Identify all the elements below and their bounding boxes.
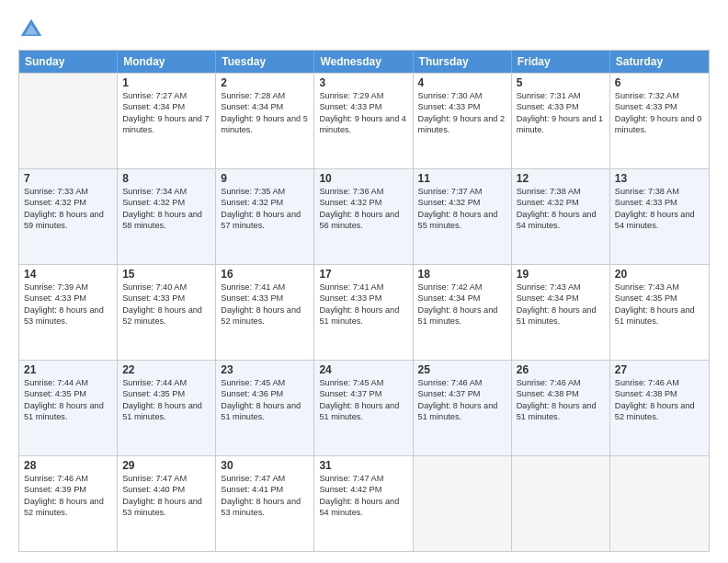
day-info: Sunrise: 7:38 AMSunset: 4:33 PMDaylight:… [615, 186, 704, 232]
calendar-cell: 12Sunrise: 7:38 AMSunset: 4:32 PMDayligh… [512, 169, 610, 264]
calendar-cell: 24Sunrise: 7:45 AMSunset: 4:37 PMDayligh… [314, 361, 413, 455]
day-number: 18 [418, 268, 506, 281]
day-number: 21 [24, 363, 112, 376]
day-number: 14 [24, 268, 112, 281]
calendar-cell: 15Sunrise: 7:40 AMSunset: 4:33 PMDayligh… [118, 265, 216, 360]
day-info: Sunrise: 7:47 AMSunset: 4:40 PMDaylight:… [122, 473, 210, 519]
day-info: Sunrise: 7:41 AMSunset: 4:33 PMDaylight:… [319, 282, 407, 327]
logo [18, 17, 48, 42]
calendar-cell [610, 456, 709, 551]
calendar-cell: 9Sunrise: 7:35 AMSunset: 4:32 PMDaylight… [216, 169, 314, 264]
day-info: Sunrise: 7:32 AMSunset: 4:33 PMDaylight:… [615, 90, 704, 136]
day-info: Sunrise: 7:41 AMSunset: 4:33 PMDaylight:… [221, 282, 309, 327]
day-info: Sunrise: 7:47 AMSunset: 4:42 PMDaylight:… [319, 473, 407, 519]
calendar-cell [414, 456, 512, 551]
calendar-cell [19, 74, 118, 168]
calendar-cell: 3Sunrise: 7:29 AMSunset: 4:33 PMDaylight… [314, 74, 413, 168]
day-number: 19 [517, 268, 605, 281]
day-info: Sunrise: 7:35 AMSunset: 4:32 PMDaylight:… [221, 186, 309, 232]
calendar-cell: 14Sunrise: 7:39 AMSunset: 4:33 PMDayligh… [19, 265, 118, 360]
day-info: Sunrise: 7:27 AMSunset: 4:34 PMDaylight:… [122, 90, 210, 136]
header-day-friday: Friday [512, 51, 610, 73]
day-number: 9 [221, 172, 309, 185]
day-number: 30 [221, 459, 309, 472]
calendar-cell: 29Sunrise: 7:47 AMSunset: 4:40 PMDayligh… [118, 456, 216, 551]
calendar-cell: 21Sunrise: 7:44 AMSunset: 4:35 PMDayligh… [19, 361, 118, 455]
day-info: Sunrise: 7:43 AMSunset: 4:35 PMDaylight:… [615, 282, 704, 327]
day-info: Sunrise: 7:29 AMSunset: 4:33 PMDaylight:… [319, 90, 407, 136]
day-info: Sunrise: 7:33 AMSunset: 4:32 PMDaylight:… [24, 186, 112, 232]
calendar-week-3: 14Sunrise: 7:39 AMSunset: 4:33 PMDayligh… [19, 264, 709, 360]
day-number: 26 [517, 363, 605, 376]
header-day-saturday: Saturday [610, 51, 709, 73]
calendar-cell: 5Sunrise: 7:31 AMSunset: 4:33 PMDaylight… [512, 74, 610, 168]
day-number: 3 [319, 76, 407, 89]
calendar-cell: 17Sunrise: 7:41 AMSunset: 4:33 PMDayligh… [314, 265, 413, 360]
day-info: Sunrise: 7:38 AMSunset: 4:32 PMDaylight:… [517, 186, 605, 232]
calendar-cell [512, 456, 610, 551]
calendar-cell: 16Sunrise: 7:41 AMSunset: 4:33 PMDayligh… [216, 265, 314, 360]
header-day-tuesday: Tuesday [216, 51, 314, 73]
calendar-cell: 10Sunrise: 7:36 AMSunset: 4:32 PMDayligh… [314, 169, 413, 264]
day-info: Sunrise: 7:44 AMSunset: 4:35 PMDaylight:… [122, 377, 210, 423]
header-day-thursday: Thursday [414, 51, 512, 73]
day-number: 4 [418, 76, 506, 89]
day-number: 15 [122, 268, 210, 281]
calendar-cell: 6Sunrise: 7:32 AMSunset: 4:33 PMDaylight… [610, 74, 709, 168]
calendar-week-5: 28Sunrise: 7:46 AMSunset: 4:39 PMDayligh… [19, 455, 709, 551]
day-number: 20 [615, 268, 704, 281]
day-number: 31 [319, 459, 407, 472]
day-info: Sunrise: 7:37 AMSunset: 4:32 PMDaylight:… [418, 186, 506, 232]
calendar: SundayMondayTuesdayWednesdayThursdayFrid… [18, 50, 710, 552]
day-number: 27 [615, 363, 704, 376]
day-info: Sunrise: 7:46 AMSunset: 4:38 PMDaylight:… [615, 377, 704, 423]
header-day-wednesday: Wednesday [314, 51, 413, 73]
day-info: Sunrise: 7:46 AMSunset: 4:39 PMDaylight:… [24, 473, 112, 519]
day-info: Sunrise: 7:36 AMSunset: 4:32 PMDaylight:… [319, 186, 407, 232]
calendar-cell: 1Sunrise: 7:27 AMSunset: 4:34 PMDaylight… [118, 74, 216, 168]
day-number: 22 [122, 363, 210, 376]
day-number: 24 [319, 363, 407, 376]
day-number: 13 [615, 172, 704, 185]
day-number: 5 [517, 76, 605, 89]
calendar-cell: 31Sunrise: 7:47 AMSunset: 4:42 PMDayligh… [314, 456, 413, 551]
day-number: 23 [221, 363, 309, 376]
day-number: 28 [24, 459, 112, 472]
calendar-cell: 25Sunrise: 7:46 AMSunset: 4:37 PMDayligh… [414, 361, 512, 455]
header-day-monday: Monday [118, 51, 216, 73]
day-info: Sunrise: 7:28 AMSunset: 4:34 PMDaylight:… [221, 90, 309, 136]
calendar-cell: 23Sunrise: 7:45 AMSunset: 4:36 PMDayligh… [216, 361, 314, 455]
header-day-sunday: Sunday [19, 51, 118, 73]
day-info: Sunrise: 7:39 AMSunset: 4:33 PMDaylight:… [24, 282, 112, 327]
logo-icon [18, 17, 44, 42]
day-info: Sunrise: 7:31 AMSunset: 4:33 PMDaylight:… [517, 90, 605, 136]
day-info: Sunrise: 7:40 AMSunset: 4:33 PMDaylight:… [122, 282, 210, 327]
calendar-week-4: 21Sunrise: 7:44 AMSunset: 4:35 PMDayligh… [19, 360, 709, 455]
calendar-header: SundayMondayTuesdayWednesdayThursdayFrid… [19, 51, 709, 73]
day-info: Sunrise: 7:43 AMSunset: 4:34 PMDaylight:… [517, 282, 605, 327]
header [18, 17, 710, 42]
calendar-week-1: 1Sunrise: 7:27 AMSunset: 4:34 PMDaylight… [19, 73, 709, 168]
day-info: Sunrise: 7:42 AMSunset: 4:34 PMDaylight:… [418, 282, 506, 327]
page: SundayMondayTuesdayWednesdayThursdayFrid… [0, 0, 728, 563]
day-number: 2 [221, 76, 309, 89]
calendar-cell: 28Sunrise: 7:46 AMSunset: 4:39 PMDayligh… [19, 456, 118, 551]
calendar-cell: 27Sunrise: 7:46 AMSunset: 4:38 PMDayligh… [610, 361, 709, 455]
day-number: 11 [418, 172, 506, 185]
day-info: Sunrise: 7:45 AMSunset: 4:36 PMDaylight:… [221, 377, 309, 423]
day-info: Sunrise: 7:46 AMSunset: 4:37 PMDaylight:… [418, 377, 506, 423]
day-info: Sunrise: 7:45 AMSunset: 4:37 PMDaylight:… [319, 377, 407, 423]
calendar-cell: 13Sunrise: 7:38 AMSunset: 4:33 PMDayligh… [610, 169, 709, 264]
day-number: 29 [122, 459, 210, 472]
day-number: 8 [122, 172, 210, 185]
calendar-cell: 19Sunrise: 7:43 AMSunset: 4:34 PMDayligh… [512, 265, 610, 360]
calendar-cell: 4Sunrise: 7:30 AMSunset: 4:33 PMDaylight… [414, 74, 512, 168]
day-number: 12 [517, 172, 605, 185]
day-number: 10 [319, 172, 407, 185]
calendar-cell: 2Sunrise: 7:28 AMSunset: 4:34 PMDaylight… [216, 74, 314, 168]
day-number: 25 [418, 363, 506, 376]
calendar-week-2: 7Sunrise: 7:33 AMSunset: 4:32 PMDaylight… [19, 168, 709, 264]
day-number: 6 [615, 76, 704, 89]
day-info: Sunrise: 7:44 AMSunset: 4:35 PMDaylight:… [24, 377, 112, 423]
day-number: 17 [319, 268, 407, 281]
